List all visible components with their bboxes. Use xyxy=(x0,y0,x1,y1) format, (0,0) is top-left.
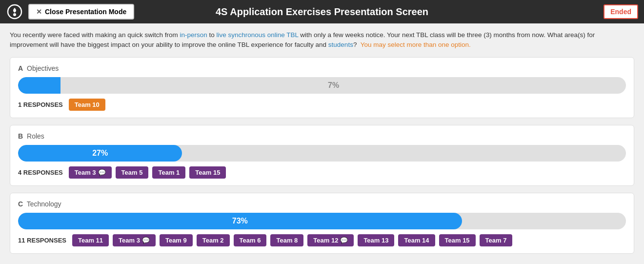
header: ✕ Close Presentation Mode 4S Application… xyxy=(0,0,644,23)
team-badge-team15-c[interactable]: Team 15 xyxy=(439,234,476,246)
option-card-b: B Roles 27% 4 RESPONSES Team 3 💬 Team 5 … xyxy=(10,125,634,186)
team-badge-team12[interactable]: Team 12 💬 xyxy=(307,234,354,246)
progress-bar-b: 27% xyxy=(18,145,626,162)
responses-row-c: 11 RESPONSES Team 11 Team 3 💬 Team 9 Tea… xyxy=(18,234,626,246)
main-content: You recently were faced with making an q… xyxy=(0,23,644,264)
team-badge-team15-b[interactable]: Team 15 xyxy=(189,166,226,179)
team-badge-team6[interactable]: Team 6 xyxy=(234,234,267,246)
close-btn-label: Close Presentation Mode xyxy=(45,8,126,16)
chat-icon: 💬 xyxy=(98,169,106,176)
team-badge-team8[interactable]: Team 8 xyxy=(270,234,303,246)
team-badge-team13[interactable]: Team 13 xyxy=(358,234,394,246)
team-badge-team1[interactable]: Team 1 xyxy=(152,166,185,179)
ended-badge: Ended xyxy=(604,4,638,19)
option-card-a: A Objectives 7% 1 RESPONSES Team 10 xyxy=(10,57,634,118)
logo-icon xyxy=(6,3,23,20)
progress-bar-c: 73% xyxy=(18,213,626,229)
team-badge-team7[interactable]: Team 7 xyxy=(480,234,513,246)
team-badge-team10[interactable]: Team 10 xyxy=(69,99,105,111)
option-label-b: B Roles xyxy=(18,132,626,140)
question-text: You recently were faced with making an q… xyxy=(10,30,634,50)
team-badge-team14[interactable]: Team 14 xyxy=(398,234,435,246)
option-label-a: A Objectives xyxy=(18,64,626,72)
svg-point-1 xyxy=(13,13,16,16)
team-badge-team9[interactable]: Team 9 xyxy=(160,234,193,246)
responses-row-a: 1 RESPONSES Team 10 xyxy=(18,99,626,111)
chat-icon-2: 💬 xyxy=(142,237,150,244)
responses-row-b: 4 RESPONSES Team 3 💬 Team 5 Team 1 Team … xyxy=(18,166,626,179)
option-label-c: C Technology xyxy=(18,200,626,208)
progress-bar-a: 7% xyxy=(18,77,626,94)
team-badge-team11[interactable]: Team 11 xyxy=(72,234,109,246)
close-x-icon: ✕ xyxy=(36,8,42,16)
responses-count-c: 11 RESPONSES xyxy=(18,237,66,244)
team-badge-team3-b[interactable]: Team 3 💬 xyxy=(69,166,112,179)
option-card-c: C Technology 73% 11 RESPONSES Team 11 Te… xyxy=(10,193,634,254)
team-badge-team5[interactable]: Team 5 xyxy=(116,166,149,179)
close-presentation-button[interactable]: ✕ Close Presentation Mode xyxy=(28,4,134,20)
chat-icon-3: 💬 xyxy=(340,237,348,244)
responses-count-a: 1 RESPONSES xyxy=(18,101,63,108)
responses-count-b: 4 RESPONSES xyxy=(18,169,63,176)
team-badge-team3-c[interactable]: Team 3 💬 xyxy=(113,234,156,246)
team-badge-team2[interactable]: Team 2 xyxy=(197,234,230,246)
header-title: 4S Application Exercises Presentation Sc… xyxy=(216,6,428,18)
